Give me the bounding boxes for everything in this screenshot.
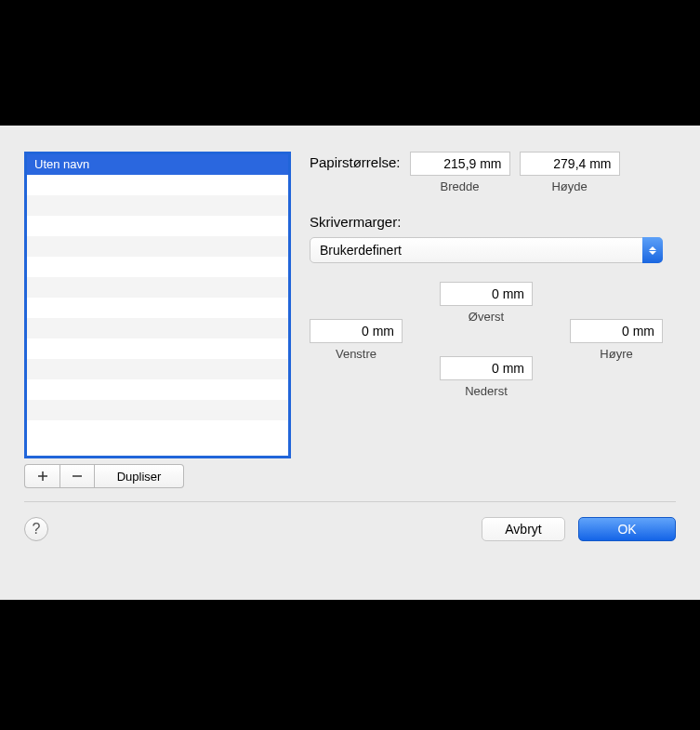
width-label: Bredde [441, 179, 480, 193]
list-item[interactable] [27, 420, 288, 441]
margins-grid: Øverst Venstre Høyre Nederst [310, 282, 663, 412]
list-item[interactable] [27, 359, 288, 379]
minus-icon [71, 470, 84, 483]
help-button[interactable]: ? [24, 517, 48, 541]
paper-size-label: Papirstørrelse: [310, 152, 401, 170]
margin-top-label: Øverst [469, 310, 504, 324]
list-item[interactable] [27, 318, 288, 338]
duplicate-button[interactable]: Dupliser [95, 464, 184, 488]
list-item[interactable] [27, 338, 288, 359]
divider [24, 501, 676, 502]
paper-size-sidebar: Uten navn [24, 152, 291, 488]
remove-button[interactable] [59, 464, 95, 488]
margins-preset-select[interactable]: Brukerdefinert [310, 237, 663, 263]
plus-icon [36, 470, 49, 483]
list-item[interactable] [27, 236, 288, 257]
margins-label: Skrivermarger: [310, 214, 676, 230]
margin-right-input[interactable] [570, 319, 663, 343]
margin-bottom-label: Nederst [465, 384, 508, 398]
list-item[interactable] [27, 216, 288, 236]
margin-left-label: Venstre [336, 347, 376, 361]
paper-size-list[interactable]: Uten navn [24, 152, 291, 458]
margin-left-input[interactable] [310, 319, 403, 343]
margin-top-input[interactable] [440, 282, 533, 306]
list-item[interactable] [27, 175, 288, 195]
settings-panel: Papirstørrelse: Bredde Høyde Skrivermarg… [310, 152, 676, 488]
list-item[interactable] [27, 400, 288, 420]
height-label: Høyde [551, 179, 587, 193]
margin-bottom-input[interactable] [440, 356, 533, 380]
list-item[interactable] [27, 298, 288, 318]
dialog-footer: ? Avbryt OK [24, 517, 676, 541]
margin-right-label: Høyre [600, 347, 632, 361]
help-icon: ? [33, 521, 41, 538]
list-item[interactable] [27, 277, 288, 298]
height-input[interactable] [520, 152, 620, 176]
cancel-button[interactable]: Avbryt [482, 517, 565, 541]
list-item[interactable] [27, 379, 288, 400]
add-button[interactable] [24, 464, 59, 488]
list-item[interactable] [27, 257, 288, 277]
list-item[interactable]: Uten navn [27, 154, 288, 175]
list-toolbar: Dupliser [24, 464, 291, 488]
custom-paper-size-dialog: Uten navn [0, 126, 700, 600]
width-input[interactable] [410, 152, 510, 176]
list-item[interactable] [27, 195, 288, 216]
margins-preset-value: Brukerdefinert [320, 243, 402, 258]
ok-button[interactable]: OK [578, 517, 676, 541]
